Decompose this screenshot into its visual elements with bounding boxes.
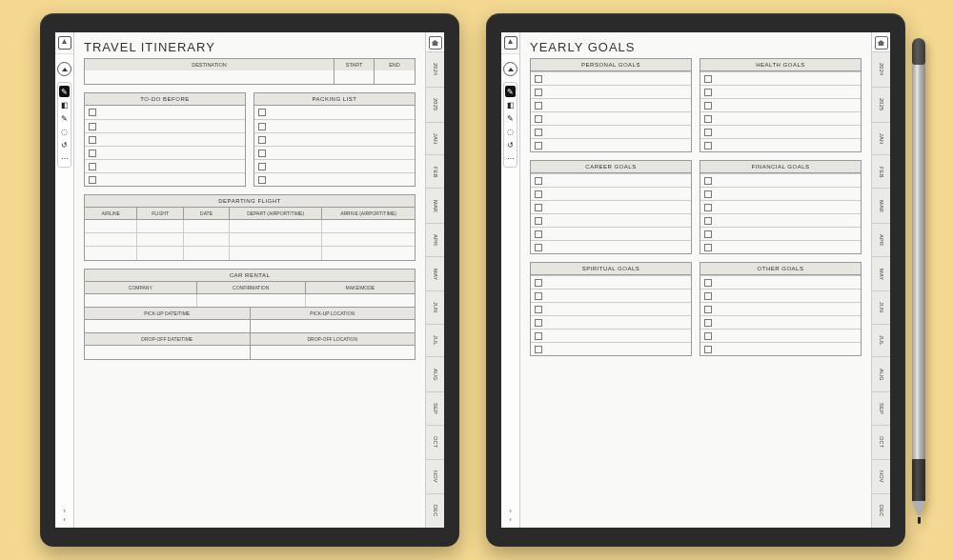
todo-line[interactable] [100,139,245,140]
bookmark-icon[interactable] [504,36,517,50]
goal-line[interactable] [716,309,861,310]
side-tab-jul[interactable]: JUL [872,324,890,356]
flight-cell[interactable] [322,247,415,260]
packing-row[interactable] [254,172,415,186]
flight-row[interactable] [85,233,415,247]
goal-row[interactable] [531,111,691,125]
goal-line[interactable] [546,309,691,310]
goal-row[interactable] [531,85,691,98]
goal-row[interactable] [531,138,691,151]
flight-cell[interactable] [230,233,322,246]
goal-row[interactable] [531,302,691,315]
packing-row[interactable] [254,146,415,159]
side-tab-2025[interactable]: 2025 [872,87,890,122]
packing-line[interactable] [270,139,415,140]
eraser-tool-icon[interactable]: ◧ [505,99,516,110]
highlighter-tool-icon[interactable]: ✎ [505,112,516,124]
packing-line[interactable] [270,112,415,113]
checkbox-icon[interactable] [535,75,542,83]
goal-row[interactable] [531,187,691,200]
checkbox-icon[interactable] [704,244,712,251]
side-tab-dec[interactable]: DEC [426,493,444,528]
goal-row[interactable] [531,315,691,329]
side-tab-may[interactable]: MAY [872,256,890,290]
todo-line[interactable] [100,126,245,127]
goal-row[interactable] [700,111,861,125]
checkbox-icon[interactable] [258,163,266,170]
side-tab-oct[interactable]: OCT [872,425,890,459]
checkbox-icon[interactable] [89,176,96,184]
side-tab-nov[interactable]: NOV [426,459,444,493]
goal-row[interactable] [700,138,861,151]
goal-row[interactable] [700,187,861,200]
eraser-tool-icon[interactable]: ◧ [59,99,70,110]
side-tab-aug[interactable]: AUG [426,356,444,390]
checkbox-icon[interactable] [704,306,712,313]
side-tab-mar[interactable]: MAR [426,188,444,223]
checkbox-icon[interactable] [704,230,712,238]
checkbox-icon[interactable] [89,123,96,130]
end-input[interactable] [375,70,415,84]
goal-line[interactable] [546,220,691,221]
goal-row[interactable] [531,213,691,227]
flight-cell[interactable] [85,233,137,246]
checkbox-icon[interactable] [89,136,96,144]
packing-line[interactable] [270,179,415,180]
scroll-up-icon[interactable] [503,62,517,76]
goal-row[interactable] [700,342,861,355]
flight-cell[interactable] [137,233,183,246]
checkbox-icon[interactable] [258,136,266,144]
todo-row[interactable] [85,172,245,186]
flight-cell[interactable] [184,233,230,246]
flight-cell[interactable] [137,247,183,260]
checkbox-icon[interactable] [535,230,542,238]
packing-line[interactable] [270,166,415,167]
undo-tool-icon[interactable]: ↺ [59,139,70,150]
checkbox-icon[interactable] [704,292,712,300]
goal-line[interactable] [546,180,691,181]
checkbox-icon[interactable] [535,244,542,251]
car-company-input[interactable] [85,294,197,307]
packing-row[interactable] [254,106,415,119]
goal-row[interactable] [531,240,691,253]
goal-line[interactable] [716,295,861,296]
side-tab-jul[interactable]: JUL [426,324,444,356]
packing-row[interactable] [254,119,415,132]
checkbox-icon[interactable] [704,346,712,353]
goal-line[interactable] [546,105,691,106]
packing-line[interactable] [270,152,415,153]
side-tab-apr[interactable]: APR [872,223,890,257]
pickup-loc-input[interactable] [251,320,416,332]
checkbox-icon[interactable] [704,204,712,211]
flight-cell[interactable] [85,247,137,260]
checkbox-icon[interactable] [535,115,542,123]
checkbox-icon[interactable] [704,129,712,136]
bookmark-icon[interactable] [58,36,71,50]
start-input[interactable] [335,70,375,84]
goal-line[interactable] [546,282,691,283]
side-tab-mar[interactable]: MAR [872,188,890,223]
goal-row[interactable] [700,289,861,302]
goal-line[interactable] [716,349,861,350]
goal-row[interactable] [531,71,691,85]
lasso-tool-icon[interactable]: ◌ [59,126,70,137]
goal-row[interactable] [531,289,691,302]
dropoff-loc-input[interactable] [251,346,416,359]
side-tab-sep[interactable]: SEP [426,391,444,425]
page-nav[interactable]: ›‹ [501,507,519,528]
flight-cell[interactable] [230,247,322,260]
checkbox-icon[interactable] [704,89,712,96]
packing-row[interactable] [254,159,415,172]
goal-line[interactable] [716,105,861,106]
goal-line[interactable] [546,349,691,350]
goal-row[interactable] [531,98,691,111]
side-tab-may[interactable]: MAY [426,256,444,290]
undo-tool-icon[interactable]: ↺ [505,139,516,150]
flight-cell[interactable] [137,220,183,232]
checkbox-icon[interactable] [535,204,542,211]
goal-line[interactable] [716,282,861,283]
checkbox-icon[interactable] [704,102,712,110]
checkbox-icon[interactable] [535,217,542,225]
goal-row[interactable] [531,125,691,138]
destination-input[interactable] [85,70,335,84]
